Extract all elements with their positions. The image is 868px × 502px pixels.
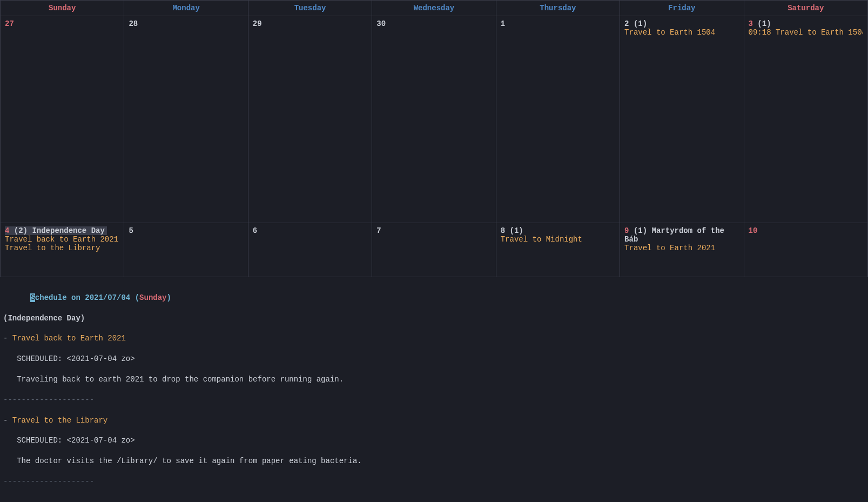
calendar-event[interactable]: Travel to Earth 1504	[624, 28, 739, 37]
calendar-event[interactable]: Travel to Earth 2021	[624, 244, 739, 252]
day-cell[interactable]: 9 (1) Martyrdom of the BábTravel to Eart…	[620, 223, 744, 277]
schedule-entry-body-line: SCHEDULED: <2021-07-04 zo>	[3, 354, 865, 364]
day-cell[interactable]: 10	[744, 223, 867, 277]
day-number: 29	[253, 19, 262, 28]
schedule-entry-body-line: The doctor visits the /Library/ to save …	[3, 456, 865, 466]
weekday-header: Friday	[620, 1, 744, 16]
weekday-header: Thursday	[496, 1, 620, 16]
calendar-event[interactable]: Travel to the Library	[5, 244, 119, 252]
day-number: 5	[129, 226, 133, 235]
weekday-header-row: SundayMondayTuesdayWednesdayThursdayFrid…	[1, 1, 867, 16]
day-number: 6	[253, 226, 257, 235]
day-cell[interactable]: 29	[248, 16, 372, 223]
day-cell[interactable]: 4 (2) Independence DayTravel back to Ear…	[1, 223, 124, 277]
day-cell[interactable]: 2 (1)Travel to Earth 1504	[620, 16, 744, 223]
day-header: 30	[376, 19, 491, 28]
schedule-holiday: (Independence Day)	[3, 313, 865, 324]
day-number: 28	[129, 19, 138, 28]
day-header: 4 (2) Independence Day	[5, 226, 119, 235]
day-header: 29	[253, 19, 367, 28]
day-event-count: (1)	[505, 226, 523, 235]
day-cell[interactable]: 7	[372, 223, 496, 277]
day-header: 5	[129, 226, 243, 235]
calendar-event[interactable]: 09:18 Travel to Earth 1504	[749, 28, 863, 37]
day-cell[interactable]: 1	[496, 16, 620, 223]
day-event-count: (1)	[629, 19, 648, 28]
day-header: 27	[5, 19, 119, 28]
day-header: 8 (1)	[501, 226, 615, 235]
day-cell[interactable]: 30	[372, 16, 496, 223]
day-event-count: (1)	[629, 226, 648, 235]
day-header: 9 (1) Martyrdom of the Báb	[624, 226, 739, 244]
week-row: 4 (2) Independence DayTravel back to Ear…	[1, 223, 867, 277]
day-cell[interactable]: 6	[248, 223, 372, 277]
calendar-event[interactable]: Travel to Midnight	[501, 235, 615, 244]
day-header: 28	[129, 19, 243, 28]
selected-day-highlight: 4 (2) Independence Day	[5, 226, 107, 235]
day-header: 3 (1)	[749, 19, 863, 28]
day-header: 7	[376, 226, 491, 235]
schedule-entry-body-line	[3, 446, 865, 456]
weekday-header: Wednesday	[372, 1, 496, 16]
app-root: SundayMondayTuesdayWednesdayThursdayFrid…	[0, 0, 868, 502]
schedule-entry-body-line: Traveling back to earth 2021 to drop the…	[3, 374, 865, 385]
weekday-header: Sunday	[1, 1, 124, 16]
day-cell[interactable]: 28	[124, 16, 248, 223]
day-event-count: (1)	[753, 19, 771, 28]
schedule-entry-body-line: SCHEDULED: <2021-07-04 zo>	[3, 436, 865, 446]
schedule-panel[interactable]: Schedule on 2021/07/04 (Sunday) (Indepen…	[0, 277, 868, 502]
weekday-header: Monday	[124, 1, 248, 16]
day-cell[interactable]: 5	[124, 223, 248, 277]
day-cell[interactable]: 8 (1)Travel to Midnight	[496, 223, 620, 277]
calendar-grid: SundayMondayTuesdayWednesdayThursdayFrid…	[0, 0, 868, 277]
weekday-header: Saturday	[744, 1, 867, 16]
day-cell[interactable]: 3 (1)09:18 Travel to Earth 1504	[744, 16, 867, 223]
schedule-entry-title[interactable]: - Travel to the Library	[3, 416, 865, 426]
weekday-header: Tuesday	[248, 1, 372, 16]
day-cell[interactable]: 27	[1, 16, 124, 223]
day-header: 10	[749, 226, 863, 235]
cursor: S	[30, 293, 35, 302]
calendar-event[interactable]: Travel back to Earth 2021	[5, 235, 119, 244]
day-header: 1	[501, 19, 615, 28]
day-number: 3	[749, 19, 753, 28]
day-number: 7	[376, 226, 381, 235]
schedule-separator: --------------------	[3, 477, 865, 487]
day-number: 27	[5, 19, 14, 28]
day-number: 2	[624, 19, 629, 28]
day-number: 10	[749, 226, 758, 235]
day-number: 1	[501, 19, 505, 28]
day-header: 2 (1)	[624, 19, 739, 28]
day-number: 9	[624, 226, 629, 235]
schedule-separator: --------------------	[3, 395, 865, 405]
day-header: 6	[253, 226, 367, 235]
schedule-entry-body-line	[3, 364, 865, 374]
day-number: 30	[376, 19, 386, 28]
week-row: 27 28 29 30 1 2 (1)Travel to Earth 1504 …	[1, 16, 867, 223]
schedule-title: Schedule on 2021/07/04 (Sunday)	[3, 283, 865, 313]
day-number: 8	[501, 226, 505, 235]
schedule-entry-title[interactable]: - Travel back to Earth 2021	[3, 333, 865, 344]
